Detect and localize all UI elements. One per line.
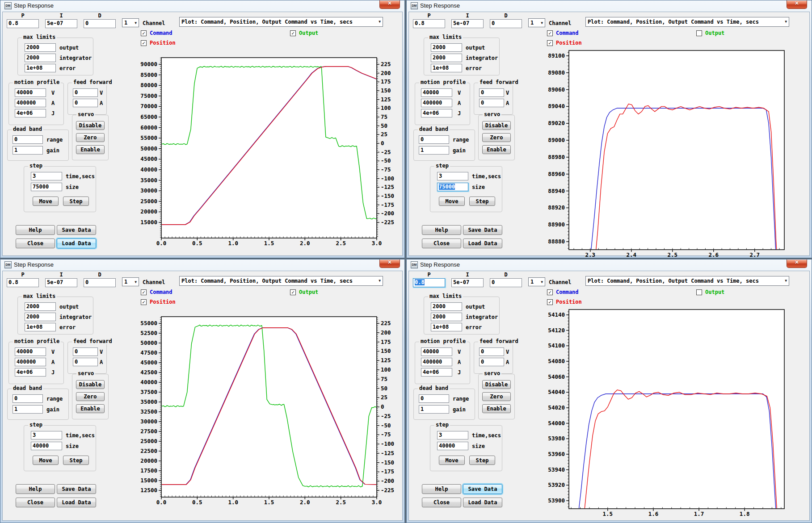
close-button[interactable]: Close (16, 238, 55, 248)
motion_profile-value-field[interactable]: 4e+06 (421, 109, 452, 117)
disable-button[interactable]: Disable (76, 380, 105, 389)
max_limits-value-field[interactable]: 2000 (25, 313, 56, 321)
titlebar-close-button[interactable]: ✕ (787, 259, 807, 268)
step-button[interactable]: Step (469, 456, 495, 465)
plot-type-select[interactable]: Plot: Command, Position, Output Command … (585, 276, 789, 286)
disable-button[interactable]: Disable (76, 121, 105, 130)
max_limits-value-field[interactable]: 1e+08 (25, 323, 56, 331)
max_limits-value-field[interactable]: 2000 (431, 54, 462, 62)
step-button[interactable]: Step (63, 456, 89, 465)
dead_band-value-field[interactable]: 1 (419, 146, 449, 155)
dead_band-value-field[interactable]: 0 (419, 394, 449, 403)
help-button[interactable]: Help (422, 225, 461, 235)
motion_profile-value-field[interactable]: 40000 (15, 347, 46, 356)
step-value-field[interactable]: 3 (437, 172, 468, 180)
output-checkbox[interactable]: ✓ (290, 289, 296, 295)
motion_profile-value-field[interactable]: 400000 (421, 99, 452, 107)
output-checkbox[interactable] (696, 30, 702, 36)
feed_forward-value-field[interactable]: 0 (73, 347, 98, 356)
step-button[interactable]: Step (63, 197, 89, 206)
command-checkbox[interactable]: ✓ (141, 30, 147, 36)
pid-field-i[interactable]: 5e-07 (45, 19, 77, 28)
step-value-field[interactable]: 75000 (31, 183, 62, 191)
pid-field-d[interactable]: 0 (490, 278, 522, 287)
step-value-field[interactable]: 40000 (437, 442, 468, 450)
pid-field-i[interactable]: 5e-07 (451, 19, 484, 28)
step-value-field[interactable]: 3 (31, 172, 62, 180)
step-value-field[interactable]: 75000 (437, 183, 468, 191)
motion_profile-value-field[interactable]: 40000 (421, 347, 452, 356)
close-button[interactable]: Close (422, 238, 461, 248)
max_limits-value-field[interactable]: 1e+08 (431, 64, 462, 72)
load-data-button[interactable]: Load Data (463, 238, 502, 248)
channel-select[interactable]: 1▼ (122, 18, 139, 27)
zero-button[interactable]: Zero (76, 133, 105, 142)
max_limits-value-field[interactable]: 1e+08 (25, 64, 56, 72)
feed_forward-value-field[interactable]: 0 (479, 99, 504, 107)
motion_profile-value-field[interactable]: 4e+06 (421, 368, 452, 377)
move-button[interactable]: Move (439, 456, 465, 465)
dead_band-value-field[interactable]: 0 (419, 135, 449, 144)
motion_profile-value-field[interactable]: 40000 (421, 88, 452, 97)
disable-button[interactable]: Disable (482, 121, 511, 130)
position-checkbox[interactable]: ✓ (547, 299, 553, 305)
feed_forward-value-field[interactable]: 0 (73, 99, 98, 107)
load-data-button[interactable]: Load Data (463, 498, 502, 507)
help-button[interactable]: Help (16, 484, 55, 494)
pid-field-d[interactable]: 0 (84, 278, 116, 287)
output-checkbox[interactable] (696, 289, 702, 295)
disable-button[interactable]: Disable (482, 380, 511, 389)
pid-field-d[interactable]: 0 (84, 19, 116, 28)
plot-type-select[interactable]: Plot: Command, Position, Output Command … (179, 276, 383, 286)
zero-button[interactable]: Zero (482, 133, 511, 142)
dead_band-value-field[interactable]: 0 (13, 135, 43, 144)
enable-button[interactable]: Enable (76, 145, 105, 154)
pid-field-p[interactable]: 0.8 (413, 278, 445, 287)
help-button[interactable]: Help (16, 225, 55, 235)
move-button[interactable]: Move (33, 197, 59, 206)
save-data-button[interactable]: Save Data (57, 225, 96, 235)
max_limits-value-field[interactable]: 1e+08 (431, 323, 462, 331)
step-value-field[interactable]: 40000 (31, 442, 62, 450)
pid-field-d[interactable]: 0 (490, 19, 522, 28)
feed_forward-value-field[interactable]: 0 (73, 358, 98, 366)
feed_forward-value-field[interactable]: 0 (479, 88, 504, 97)
titlebar-close-button[interactable]: ✕ (787, 0, 807, 9)
step-button[interactable]: Step (469, 197, 495, 206)
command-checkbox[interactable]: ✓ (141, 289, 147, 295)
save-data-button[interactable]: Save Data (57, 484, 96, 494)
load-data-button[interactable]: Load Data (57, 498, 96, 507)
titlebar-close-button[interactable]: ✕ (379, 0, 400, 9)
dead_band-value-field[interactable]: 1 (419, 405, 449, 414)
step-value-field[interactable]: 3 (437, 431, 468, 439)
motion_profile-value-field[interactable]: 400000 (15, 99, 46, 107)
zero-button[interactable]: Zero (76, 392, 105, 401)
enable-button[interactable]: Enable (482, 145, 511, 154)
move-button[interactable]: Move (439, 197, 465, 206)
position-checkbox[interactable]: ✓ (141, 299, 147, 305)
channel-select[interactable]: 1▼ (528, 277, 545, 286)
enable-button[interactable]: Enable (76, 404, 105, 413)
pid-field-p[interactable]: 0.8 (7, 19, 39, 28)
command-checkbox[interactable]: ✓ (547, 30, 553, 36)
max_limits-value-field[interactable]: 2000 (25, 302, 56, 311)
dead_band-value-field[interactable]: 1 (13, 405, 43, 414)
channel-select[interactable]: 1▼ (528, 18, 545, 27)
move-button[interactable]: Move (33, 456, 59, 465)
max_limits-value-field[interactable]: 2000 (431, 43, 462, 52)
zero-button[interactable]: Zero (482, 392, 511, 401)
save-data-button[interactable]: Save Data (463, 225, 502, 235)
dead_band-value-field[interactable]: 1 (13, 146, 43, 155)
pid-field-p[interactable]: 0.8 (413, 19, 445, 28)
max_limits-value-field[interactable]: 2000 (25, 43, 56, 52)
output-checkbox[interactable]: ✓ (290, 30, 296, 36)
pid-field-p[interactable]: 0.8 (7, 278, 39, 287)
pid-field-i[interactable]: 5e-07 (45, 278, 77, 287)
save-data-button[interactable]: Save Data (463, 484, 502, 494)
feed_forward-value-field[interactable]: 0 (479, 347, 504, 356)
motion_profile-value-field[interactable]: 4e+06 (15, 109, 46, 117)
motion_profile-value-field[interactable]: 40000 (15, 88, 46, 97)
position-checkbox[interactable]: ✓ (141, 40, 147, 46)
close-button[interactable]: Close (422, 498, 461, 507)
channel-select[interactable]: 1▼ (122, 277, 139, 286)
